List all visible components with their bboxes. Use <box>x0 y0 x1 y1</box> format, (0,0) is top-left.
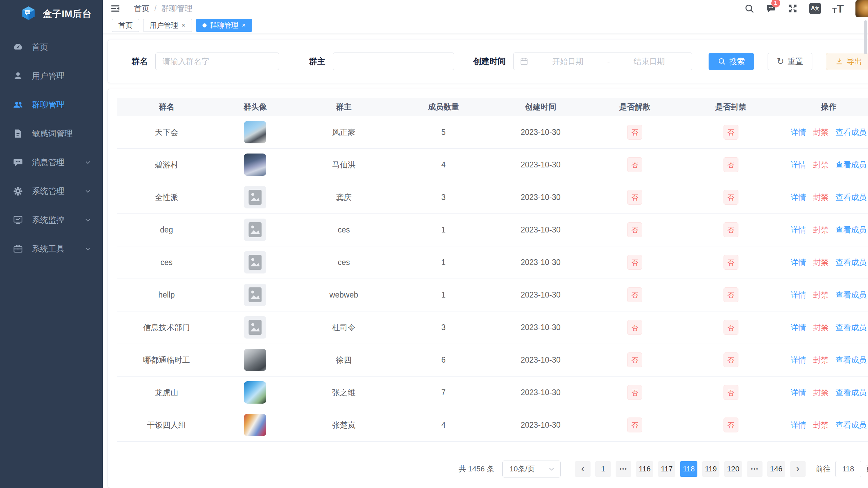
page-button-119[interactable]: 119 <box>702 461 719 477</box>
view-members-link[interactable]: 查看成员 <box>835 290 867 300</box>
sidebar-fold-icon[interactable] <box>110 3 120 14</box>
cell-group-avatar <box>216 376 294 409</box>
page-button-120[interactable]: 120 <box>724 461 742 477</box>
translate-icon[interactable]: A文 <box>809 3 821 14</box>
search-button[interactable]: 搜索 <box>709 53 754 70</box>
pages-ellipsis-right[interactable]: ••• <box>747 461 763 477</box>
dissolved-badge: 否 <box>627 352 642 367</box>
date-range-picker[interactable]: 开始日期 - 结束日期 <box>513 53 692 70</box>
ban-link[interactable]: 封禁 <box>813 387 829 398</box>
start-date-placeholder[interactable]: 开始日期 <box>531 56 604 67</box>
detail-link[interactable]: 详情 <box>791 160 806 170</box>
cell-operations: 详情 封禁 查看成员 <box>780 181 868 214</box>
search-icon[interactable] <box>744 3 754 14</box>
page-button-146[interactable]: 146 <box>767 461 785 477</box>
table-row: hellp webweb 1 2023-10-30 否 否 详情 封禁 查看成员 <box>117 279 868 311</box>
cell-dissolved: 否 <box>588 279 682 311</box>
sidebar-item-users[interactable]: 用户管理 <box>0 61 103 90</box>
ban-link[interactable]: 封禁 <box>813 322 829 333</box>
view-members-link[interactable]: 查看成员 <box>835 160 867 170</box>
detail-link[interactable]: 详情 <box>791 192 806 203</box>
ban-link[interactable]: 封禁 <box>813 355 829 365</box>
sidebar-item-system-tools[interactable]: 系统工具 <box>0 234 103 263</box>
scrollbar-thumb[interactable] <box>864 20 867 54</box>
page-size-select[interactable]: 10条/页 <box>502 461 561 477</box>
sidebar-item-groups[interactable]: 群聊管理 <box>0 90 103 119</box>
detail-link[interactable]: 详情 <box>791 225 806 235</box>
page-button-1[interactable]: 1 <box>595 461 611 477</box>
export-button[interactable]: 导出 <box>826 53 868 70</box>
tab-user-management[interactable]: 用户管理 × <box>143 19 192 32</box>
breadcrumb-home[interactable]: 首页 <box>134 3 150 14</box>
cell-created-time: 2023-10-30 <box>493 409 588 441</box>
sidebar-item-system-management[interactable]: 系统管理 <box>0 177 103 205</box>
detail-link[interactable]: 详情 <box>791 355 806 365</box>
ban-link[interactable]: 封禁 <box>813 420 829 430</box>
chevron-down-icon <box>84 217 91 223</box>
page-size-value: 10条/页 <box>509 464 535 474</box>
view-members-link[interactable]: 查看成员 <box>835 225 867 235</box>
cell-member-count: 4 <box>394 409 494 441</box>
col-created-time: 创建时间 <box>493 98 588 116</box>
ban-link[interactable]: 封禁 <box>813 160 829 170</box>
view-members-link[interactable]: 查看成员 <box>835 127 867 138</box>
page-button-117[interactable]: 117 <box>658 461 675 477</box>
col-operations: 操作 <box>780 98 868 116</box>
tab-close-icon[interactable]: × <box>181 21 186 29</box>
ban-link[interactable]: 封禁 <box>813 192 829 203</box>
cell-owner: 张楚岚 <box>294 409 394 441</box>
top-navbar: 首页 / 群聊管理 1 A文 TT <box>103 0 868 17</box>
cell-operations: 详情 封禁 查看成员 <box>780 344 868 376</box>
prev-page-button[interactable]: ‹ <box>575 461 591 477</box>
page-button-116[interactable]: 116 <box>636 461 653 477</box>
sidebar-item-home[interactable]: 首页 <box>0 33 103 61</box>
sidebar-item-sensitive-words[interactable]: 敏感词管理 <box>0 119 103 148</box>
notifications-icon[interactable]: 1 <box>766 3 776 14</box>
banned-badge: 否 <box>724 320 738 335</box>
sidebar-item-system-monitor[interactable]: 系统监控 <box>0 205 103 234</box>
ban-link[interactable]: 封禁 <box>813 290 829 300</box>
ban-link[interactable]: 封禁 <box>813 225 829 235</box>
sidebar-item-messages[interactable]: 消息管理 <box>0 148 103 177</box>
tab-home[interactable]: 首页 <box>112 19 139 32</box>
detail-link[interactable]: 详情 <box>791 322 806 333</box>
col-member-count: 成员数量 <box>394 98 494 116</box>
end-date-placeholder[interactable]: 结束日期 <box>613 56 686 67</box>
cell-dissolved: 否 <box>588 181 682 214</box>
detail-link[interactable]: 详情 <box>791 387 806 398</box>
cell-member-count: 4 <box>394 148 494 181</box>
fullscreen-icon[interactable] <box>788 3 798 14</box>
font-size-icon[interactable]: TT <box>832 3 844 14</box>
next-page-button[interactable]: › <box>790 461 806 477</box>
notification-badge: 1 <box>771 0 780 7</box>
pagination-goto: 前往 页 <box>816 461 868 477</box>
ban-link[interactable]: 封禁 <box>813 257 829 268</box>
view-members-link[interactable]: 查看成员 <box>835 192 867 203</box>
cell-operations: 详情 封禁 查看成员 <box>780 214 868 246</box>
tab-close-icon[interactable]: × <box>242 21 246 29</box>
view-members-link[interactable]: 查看成员 <box>835 257 867 268</box>
detail-link[interactable]: 详情 <box>791 420 806 430</box>
view-members-link[interactable]: 查看成员 <box>835 355 867 365</box>
page-button-118-active[interactable]: 118 <box>680 461 697 477</box>
view-members-link[interactable]: 查看成员 <box>835 387 867 398</box>
detail-link[interactable]: 详情 <box>791 257 806 268</box>
detail-link[interactable]: 详情 <box>791 290 806 300</box>
dissolved-badge: 否 <box>627 125 642 140</box>
cell-dissolved: 否 <box>588 311 682 344</box>
app-logo-icon <box>21 6 36 22</box>
view-members-link[interactable]: 查看成员 <box>835 322 867 333</box>
cell-owner: 张之维 <box>294 376 394 409</box>
group-name-input[interactable] <box>155 53 279 70</box>
detail-link[interactable]: 详情 <box>791 127 806 138</box>
tab-group-management[interactable]: 群聊管理 × <box>196 19 252 32</box>
cell-banned: 否 <box>682 181 780 214</box>
cell-owner: webweb <box>294 279 394 311</box>
pages-ellipsis-left[interactable]: ••• <box>616 461 631 477</box>
app-title: 盒子IM后台 <box>43 8 92 20</box>
ban-link[interactable]: 封禁 <box>813 127 829 138</box>
goto-page-input[interactable] <box>835 461 861 477</box>
owner-input[interactable] <box>333 53 454 70</box>
view-members-link[interactable]: 查看成员 <box>835 420 867 430</box>
reset-button[interactable]: ↻ 重置 <box>768 53 812 70</box>
